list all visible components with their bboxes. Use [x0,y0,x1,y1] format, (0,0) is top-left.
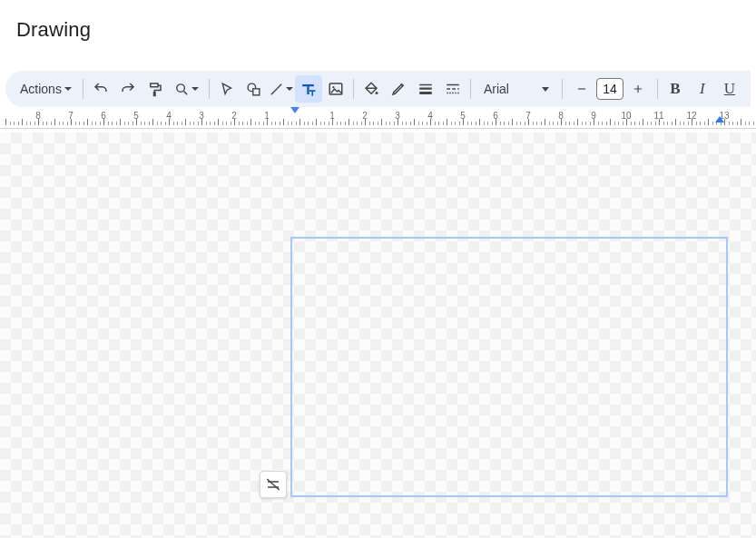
italic-icon: I [700,80,705,98]
text-box[interactable] [290,237,728,497]
svg-rect-7 [419,88,432,90]
undo-icon [93,81,109,97]
left-indent-marker[interactable] [290,107,299,113]
border-dash-button[interactable] [439,75,466,103]
line-button[interactable] [268,75,295,103]
svg-point-4 [332,86,334,88]
textbox-icon [299,81,317,98]
minus-icon [575,83,588,95]
increase-font-size-button[interactable] [626,75,650,103]
line-weight-icon [417,81,434,97]
format-options-button[interactable] [260,471,287,498]
redo-button[interactable] [114,75,142,103]
separator [657,79,658,99]
textbox-button[interactable] [295,75,322,103]
separator [353,79,354,99]
actions-label: Actions [20,82,62,96]
svg-point-5 [375,92,378,94]
redo-icon [120,81,136,97]
paint-format-button[interactable] [142,75,169,103]
zoom-button[interactable] [169,75,205,103]
paint-roller-icon [147,81,163,97]
zoom-icon [174,82,190,97]
separator [83,79,83,99]
separator [562,79,563,99]
page-title: Drawing [16,18,740,42]
undo-button[interactable] [87,75,114,103]
bold-icon: B [670,80,680,98]
select-tool-button[interactable] [213,75,241,103]
border-color-button[interactable] [385,75,412,103]
chevron-down-icon [64,87,72,91]
svg-point-0 [177,83,185,92]
chevron-down-icon [286,87,293,91]
ruler[interactable]: 1234567812345678910111213 [0,107,756,129]
chevron-down-icon [191,87,199,91]
cursor-icon [219,82,234,97]
line-icon [269,82,284,97]
fill-color-button[interactable] [358,75,385,103]
image-button[interactable] [322,75,349,103]
paint-bucket-icon [363,81,379,97]
border-weight-button[interactable] [412,75,439,103]
font-size-input[interactable] [596,78,623,100]
separator [470,79,471,99]
svg-rect-2 [253,88,260,94]
italic-button[interactable]: I [689,75,716,103]
underline-icon: U [724,80,735,98]
svg-rect-6 [419,84,432,86]
decrease-font-size-button[interactable] [570,75,594,103]
actions-menu-button[interactable]: Actions [13,75,79,103]
right-indent-marker[interactable] [715,116,724,122]
underline-button[interactable]: U [716,75,743,103]
separator [209,79,210,99]
chevron-down-icon [542,87,549,92]
font-size-group [566,75,653,103]
toolbar: Actions [5,71,751,107]
image-icon [328,81,344,97]
font-family-label: Arial [484,82,509,96]
svg-rect-8 [419,92,432,94]
font-family-select[interactable]: Arial [475,75,558,103]
shapes-icon [246,82,261,97]
plus-icon [632,83,644,95]
canvas-stage[interactable] [0,132,756,538]
wrap-options-icon [265,476,281,493]
shape-button[interactable] [241,75,268,103]
pencil-icon [390,81,407,97]
line-dash-icon [445,81,461,97]
bold-button[interactable]: B [662,75,689,103]
